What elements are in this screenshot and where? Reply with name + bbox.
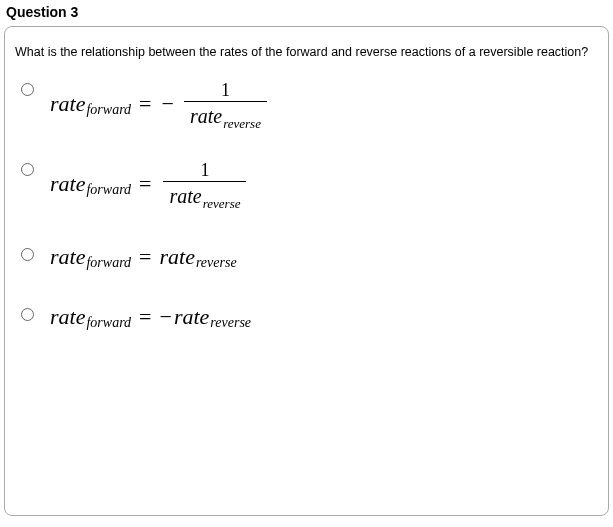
question-number: Question 3 [0, 0, 613, 26]
option-3-equation: rateforward = ratereverse [50, 246, 237, 268]
option-4[interactable]: rateforward = −ratereverse [15, 306, 598, 328]
option-1-equation: rateforward = − 1 ratereverse [50, 81, 267, 126]
option-2[interactable]: rateforward = 1 ratereverse [15, 161, 598, 206]
radio-icon[interactable] [21, 163, 34, 176]
radio-icon[interactable] [21, 83, 34, 96]
question-container: What is the relationship between the rat… [4, 26, 609, 516]
option-4-equation: rateforward = −ratereverse [50, 306, 251, 328]
option-1[interactable]: rateforward = − 1 ratereverse [15, 81, 598, 126]
radio-icon[interactable] [21, 248, 34, 261]
question-prompt: What is the relationship between the rat… [15, 45, 598, 59]
option-2-equation: rateforward = 1 ratereverse [50, 161, 246, 206]
radio-icon[interactable] [21, 308, 34, 321]
option-3[interactable]: rateforward = ratereverse [15, 246, 598, 268]
